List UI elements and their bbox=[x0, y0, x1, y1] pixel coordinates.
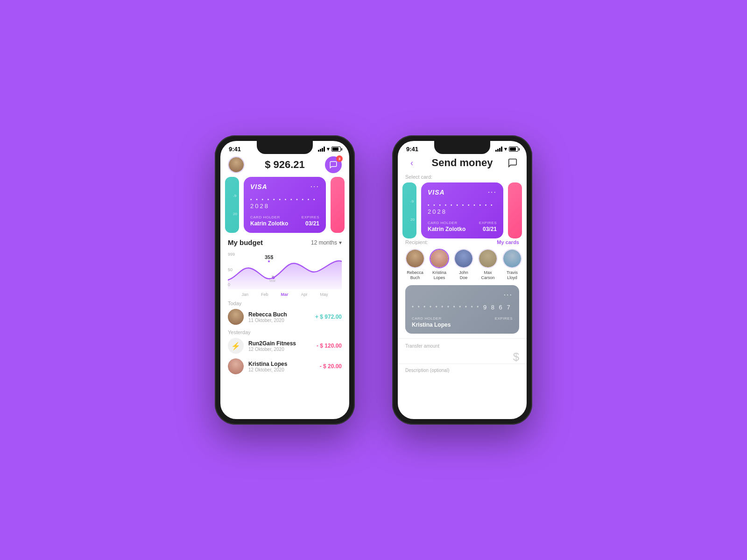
tooltip-dot bbox=[268, 260, 270, 263]
recipient-max[interactable]: MaxCarson bbox=[478, 249, 498, 280]
section-today: Today bbox=[228, 301, 342, 306]
send-card-dots: • • • • • • • • • • • • bbox=[428, 203, 494, 208]
notch-1 bbox=[257, 141, 313, 154]
send-card-number: • • • • • • • • • • • • 2028 bbox=[428, 201, 497, 215]
tx-amount: - $ 120.00 bbox=[317, 343, 342, 349]
recipients-list: RebeccaBuch KristinaLopes bbox=[405, 249, 519, 280]
transactions-list: Today Rebecca Buch 11 Oktober, 2020 + $ … bbox=[220, 299, 349, 379]
transaction-item[interactable]: Rebecca Buch 11 Oktober, 2020 + $ 972.00 bbox=[228, 309, 342, 325]
phone-1: 9:41 ▾ $ 926.21 bbox=[215, 135, 355, 425]
chevron-down-icon: ▾ bbox=[339, 239, 342, 246]
recipient-card[interactable]: ··· * * * * * * * * * * * * 9 8 6 7 CARD… bbox=[405, 285, 519, 334]
transfer-amount-section: Transfer amount $ bbox=[398, 338, 527, 364]
send-expires-label: EXPIRES bbox=[479, 221, 497, 225]
section-yesterday: Yesterday bbox=[228, 329, 342, 335]
period-selector[interactable]: 12 months ▾ bbox=[311, 239, 342, 246]
card-holder-value: Katrin Zolotko bbox=[250, 220, 288, 227]
budget-chart: 999 50 0 35$ bbox=[220, 252, 349, 299]
expires-value: 03/21 bbox=[302, 220, 319, 227]
visa-logo: VISA bbox=[250, 183, 268, 190]
recipient-card-menu[interactable]: ··· bbox=[504, 291, 513, 299]
recipient-kristina[interactable]: KristinaLopes bbox=[430, 249, 449, 280]
tx-avatar-rebecca bbox=[228, 309, 244, 325]
card-dots: • • • • • • • • • • • • bbox=[250, 197, 317, 202]
status-icons-2: ▾ bbox=[495, 146, 518, 152]
tx-date: 11 Oktober, 2020 bbox=[248, 318, 310, 323]
recipient-section: Recipient: My cards RebeccaBuch bbox=[398, 238, 527, 280]
currency-symbol: $ bbox=[513, 350, 519, 364]
send-card-last4: 2028 bbox=[428, 208, 447, 215]
recipient-label: Recipient: bbox=[405, 239, 428, 245]
description-label: Description (optional) bbox=[405, 368, 519, 373]
tx-date: 12 Oktober, 2020 bbox=[248, 347, 312, 352]
send-holder-label: CARD HOLDER bbox=[428, 221, 465, 225]
tx-date: 12 Oktober, 2020 bbox=[248, 367, 315, 372]
battery-icon bbox=[331, 147, 341, 152]
recipient-holder-label: CARD HOLDER bbox=[412, 316, 451, 321]
time-2: 9:41 bbox=[406, 146, 418, 153]
send-money-header: ‹ Send money bbox=[398, 154, 527, 173]
budget-title: My budget bbox=[228, 238, 263, 246]
cards-carousel[interactable]: -9 20 VISA ··· • • • • • • • • • • • • 2… bbox=[220, 177, 349, 233]
main-header: $ 926.21 3 bbox=[220, 154, 349, 177]
screen-title: Send money bbox=[432, 157, 493, 169]
recipient-name-john: JohnDoe bbox=[459, 270, 468, 280]
signal-icon bbox=[318, 147, 325, 152]
balance-display: $ 926.21 bbox=[265, 159, 305, 171]
card-snippet-left[interactable]: -9 20 bbox=[225, 177, 239, 233]
send-card-menu-button[interactable]: ··· bbox=[488, 188, 497, 196]
wifi-icon-2: ▾ bbox=[504, 146, 507, 152]
chat-button[interactable] bbox=[506, 156, 519, 169]
chart-tooltip: 35$ bbox=[265, 254, 273, 263]
transaction-item[interactable]: ⚡ Run2Gain Fitness 12 Oktober, 2020 - $ … bbox=[228, 338, 342, 354]
my-cards-link[interactable]: My cards bbox=[497, 239, 519, 245]
send-card-snippet-left[interactable]: -9 20 bbox=[402, 182, 416, 238]
tx-avatar-run2gain: ⚡ bbox=[228, 338, 244, 354]
status-icons-1: ▾ bbox=[318, 146, 341, 152]
wifi-icon: ▾ bbox=[327, 146, 330, 152]
send-visa-logo: VISA bbox=[428, 189, 445, 196]
signal-icon-2 bbox=[495, 147, 502, 152]
notification-button[interactable]: 3 bbox=[325, 156, 342, 173]
tooltip-amount: 35$ bbox=[265, 254, 273, 260]
budget-section: My budget 12 months ▾ bbox=[220, 233, 349, 252]
chart-x-labels: JanFebMarAprMay bbox=[228, 291, 342, 297]
recipient-card-dots: * * * * * * * * * * * * bbox=[412, 305, 480, 310]
recipient-expires-label: EXPIRES bbox=[495, 316, 513, 321]
tx-name: Kristina Lopes bbox=[248, 361, 315, 367]
main-credit-card[interactable]: VISA ··· • • • • • • • • • • • • 2028 CA… bbox=[244, 177, 326, 233]
recipient-avatar-john bbox=[454, 249, 473, 268]
card-number: • • • • • • • • • • • • 2028 bbox=[250, 196, 319, 210]
recipient-avatar-kristina bbox=[430, 249, 449, 268]
recipient-name-max: MaxCarson bbox=[481, 270, 494, 280]
battery-icon-2 bbox=[509, 147, 518, 152]
back-button[interactable]: ‹ bbox=[405, 156, 418, 169]
recipient-john[interactable]: JohnDoe bbox=[454, 249, 473, 280]
tx-name: Rebecca Buch bbox=[248, 311, 310, 318]
recipient-avatar-rebecca bbox=[405, 249, 425, 268]
chart-svg bbox=[228, 252, 342, 289]
card-snippet-right[interactable] bbox=[331, 177, 345, 233]
tx-avatar-kristina bbox=[228, 358, 244, 374]
card-holder-label: CARD HOLDER bbox=[250, 215, 288, 219]
chart-y-labels: 999 50 0 bbox=[228, 252, 235, 287]
user-avatar[interactable] bbox=[228, 156, 245, 173]
transaction-item[interactable]: Kristina Lopes 12 Oktober, 2020 - $ 20.0… bbox=[228, 358, 342, 374]
send-holder-value: Katrin Zolotko bbox=[428, 226, 465, 232]
recipient-travis[interactable]: TravisLloyd bbox=[502, 249, 522, 280]
description-section: Description (optional) bbox=[398, 364, 527, 373]
recipient-rebecca[interactable]: RebeccaBuch bbox=[405, 249, 425, 280]
send-cards-carousel[interactable]: -9 20 VISA ··· • • • • • • • • • • • • 2… bbox=[398, 182, 527, 238]
card-last4: 2028 bbox=[250, 203, 269, 210]
recipient-name-rebecca: RebeccaBuch bbox=[407, 270, 423, 280]
transfer-input[interactable]: $ bbox=[405, 350, 519, 364]
tooltip-date: 8 bbox=[269, 274, 276, 279]
recipient-avatar-travis bbox=[502, 249, 522, 268]
tx-amount: - $ 20.00 bbox=[320, 363, 342, 370]
send-main-card[interactable]: VISA ··· • • • • • • • • • • • • 2028 CA… bbox=[421, 182, 503, 238]
card-menu-button[interactable]: ··· bbox=[310, 182, 319, 191]
notification-badge: 3 bbox=[336, 155, 343, 162]
phone-2: 9:41 ▾ ‹ Send money bbox=[392, 135, 532, 425]
time-1: 9:41 bbox=[229, 146, 241, 153]
send-card-snippet-right[interactable] bbox=[508, 182, 522, 238]
